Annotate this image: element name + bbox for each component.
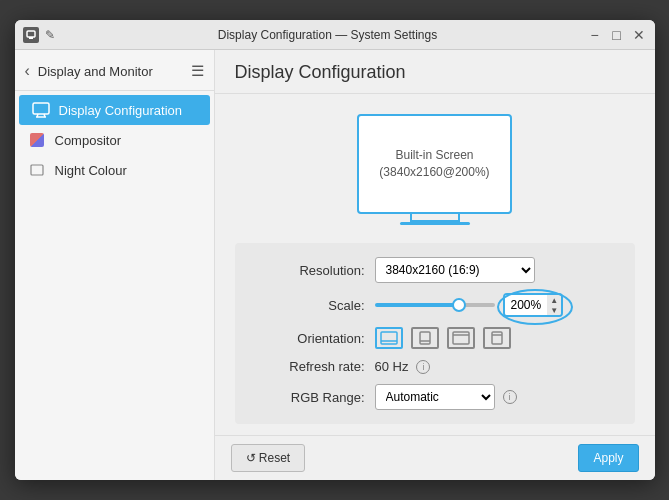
back-button[interactable]: ‹ bbox=[25, 62, 30, 80]
sidebar-item-label: Display Configuration bbox=[59, 103, 183, 118]
sidebar: ‹ Display and Monitor ☰ Display Configur… bbox=[15, 50, 215, 480]
settings-panel: Resolution: 3840x2160 (16:9) 2560x1440 (… bbox=[235, 243, 635, 424]
main-panel: Display Configuration Built-in Screen (3… bbox=[215, 50, 655, 480]
rgb-range-row: RGB Range: Automatic Full Limited i bbox=[255, 384, 615, 410]
monitor-label-line2: (3840x2160@200%) bbox=[379, 164, 489, 181]
reset-button[interactable]: ↺ Reset bbox=[231, 444, 306, 472]
scale-down-button[interactable]: ▼ bbox=[547, 305, 561, 315]
resolution-select[interactable]: 3840x2160 (16:9) 2560x1440 (16:9) 1920x1… bbox=[375, 257, 535, 283]
refresh-info-icon[interactable]: i bbox=[416, 360, 430, 374]
display-preview: Built-in Screen (3840x2160@200%) bbox=[235, 104, 635, 231]
rgb-range-select[interactable]: Automatic Full Limited bbox=[375, 384, 495, 410]
svg-rect-0 bbox=[27, 31, 35, 37]
svg-rect-11 bbox=[453, 332, 469, 344]
refresh-rate-control: 60 Hz i bbox=[375, 359, 615, 374]
main-header: Display Configuration bbox=[215, 50, 655, 94]
sidebar-header-text: Display and Monitor bbox=[38, 64, 153, 79]
scale-spinners: ▲ ▼ bbox=[547, 295, 561, 315]
window-controls: − □ ✕ bbox=[587, 27, 647, 43]
monitor-stand bbox=[410, 214, 460, 222]
sidebar-item-compositor[interactable]: Compositor bbox=[15, 125, 214, 155]
hamburger-icon[interactable]: ☰ bbox=[191, 62, 204, 80]
maximize-button[interactable]: □ bbox=[609, 27, 625, 43]
sidebar-item-display-config[interactable]: Display Configuration bbox=[19, 95, 210, 125]
resolution-row: Resolution: 3840x2160 (16:9) 2560x1440 (… bbox=[255, 257, 615, 283]
svg-rect-2 bbox=[33, 103, 49, 114]
svg-rect-9 bbox=[420, 332, 430, 344]
resolution-label: Resolution: bbox=[255, 263, 365, 278]
titlebar-title: Display Configuration — System Settings bbox=[69, 28, 587, 42]
content-area: ‹ Display and Monitor ☰ Display Configur… bbox=[15, 50, 655, 480]
window: ✎ Display Configuration — System Setting… bbox=[15, 20, 655, 480]
app-icon bbox=[23, 27, 39, 43]
sidebar-item-label: Night Colour bbox=[55, 163, 127, 178]
refresh-rate-label: Refresh rate: bbox=[255, 359, 365, 374]
resolution-control: 3840x2160 (16:9) 2560x1440 (16:9) 1920x1… bbox=[375, 257, 615, 283]
rgb-range-label: RGB Range: bbox=[255, 390, 365, 405]
sidebar-item-label: Compositor bbox=[55, 133, 121, 148]
page-title: Display Configuration bbox=[235, 62, 635, 83]
compositor-icon bbox=[27, 132, 47, 148]
scale-value: 200% bbox=[505, 295, 548, 315]
orient-normal[interactable] bbox=[375, 327, 403, 349]
svg-rect-6 bbox=[31, 165, 43, 175]
svg-rect-7 bbox=[381, 332, 397, 344]
sidebar-header: ‹ Display and Monitor ☰ bbox=[15, 56, 214, 91]
monitor-base bbox=[400, 222, 470, 225]
moon-icon bbox=[27, 162, 47, 178]
orientation-icons bbox=[375, 327, 511, 349]
footer: ↺ Reset Apply bbox=[215, 435, 655, 480]
refresh-rate-row: Refresh rate: 60 Hz i bbox=[255, 359, 615, 374]
orient-portrait-flipped[interactable] bbox=[483, 327, 511, 349]
main-content: Built-in Screen (3840x2160@200%) Resolut… bbox=[215, 94, 655, 435]
rgb-info-icon[interactable]: i bbox=[503, 390, 517, 404]
titlebar: ✎ Display Configuration — System Setting… bbox=[15, 20, 655, 50]
scale-slider[interactable] bbox=[375, 303, 495, 307]
sidebar-item-night-colour[interactable]: Night Colour bbox=[15, 155, 214, 185]
svg-rect-13 bbox=[492, 332, 502, 344]
orientation-label: Orientation: bbox=[255, 331, 365, 346]
monitor-icon bbox=[31, 102, 51, 118]
orient-portrait[interactable] bbox=[411, 327, 439, 349]
svg-rect-1 bbox=[29, 37, 33, 39]
close-button[interactable]: ✕ bbox=[631, 27, 647, 43]
scale-row: Scale: 200% ▲ ▼ bbox=[255, 293, 615, 317]
scale-label: Scale: bbox=[255, 298, 365, 313]
scale-control: 200% ▲ ▼ bbox=[375, 293, 615, 317]
rgb-range-control: Automatic Full Limited i bbox=[375, 384, 615, 410]
orient-flipped[interactable] bbox=[447, 327, 475, 349]
monitor-preview[interactable]: Built-in Screen (3840x2160@200%) bbox=[357, 114, 512, 214]
refresh-rate-value: 60 Hz bbox=[375, 359, 409, 374]
scale-up-button[interactable]: ▲ bbox=[547, 295, 561, 305]
pencil-icon: ✎ bbox=[45, 28, 59, 42]
orientation-control bbox=[375, 327, 615, 349]
scale-value-box: 200% ▲ ▼ bbox=[503, 293, 564, 317]
slider-thumb bbox=[452, 298, 466, 312]
orientation-row: Orientation: bbox=[255, 327, 615, 349]
minimize-button[interactable]: − bbox=[587, 27, 603, 43]
apply-button[interactable]: Apply bbox=[578, 444, 638, 472]
monitor-label-line1: Built-in Screen bbox=[395, 147, 473, 164]
